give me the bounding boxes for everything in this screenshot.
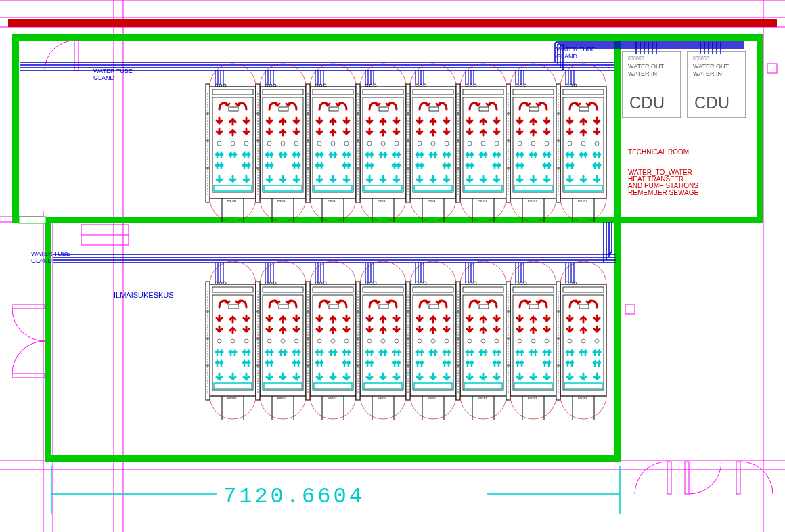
svg-rect-13 <box>12 34 763 41</box>
top-red-bar <box>8 19 777 27</box>
svg-rect-29 <box>767 64 777 73</box>
rack-row-bottom <box>206 261 606 420</box>
svg-text:WATER TUBE: WATER TUBE <box>93 68 133 74</box>
water-in-label-1: WATER IN <box>628 70 657 77</box>
misc-magenta <box>81 225 129 245</box>
water-tube-label-b2: GLAND <box>556 53 578 60</box>
svg-rect-24 <box>12 374 45 378</box>
svg-text:TECHNICAL ROOM: TECHNICAL ROOM <box>628 148 689 156</box>
svg-rect-25 <box>667 462 671 494</box>
svg-text:WATER TUBE: WATER TUBE <box>31 250 70 257</box>
dimension: 7120.6604 <box>51 466 620 514</box>
svg-text:CDU: CDU <box>629 93 665 112</box>
magenta-grid <box>0 0 785 532</box>
svg-text:GLAND: GLAND <box>556 53 578 60</box>
water-tube-label-a2: GLAND <box>93 74 115 81</box>
water-tube-label-c2: GLAND <box>31 257 53 264</box>
svg-text:WATER IN: WATER IN <box>628 70 657 77</box>
water-out-label-2: WATER OUT <box>693 63 729 70</box>
svg-rect-22 <box>19 217 46 223</box>
technical-room: ▯▯▯▯▯▯ ▯▯▯▯▯▯ WATER OUT WATER IN WATER O… <box>623 51 746 196</box>
svg-text:GLAND: GLAND <box>93 74 115 81</box>
svg-rect-16 <box>614 34 621 223</box>
technical-room-label: TECHNICAL ROOM <box>628 148 689 156</box>
svg-text:7120.6604: 7120.6604 <box>223 484 365 509</box>
svg-text:WATER OUT: WATER OUT <box>693 63 729 70</box>
cdu-label-2: CDU <box>694 93 730 112</box>
water-lines-bottom <box>53 222 616 263</box>
cad-diagram: ▯▯▯▯▯▯ ▯▯▯▯▯▯ WATER OUT WATER IN WATER O… <box>0 0 785 532</box>
water-tube-label-c1: WATER TUBE <box>31 250 70 257</box>
water-out-label-1: WATER OUT <box>628 63 664 70</box>
water-in-label-2: WATER IN <box>693 70 722 77</box>
svg-text:▯▯▯▯▯▯: ▯▯▯▯▯▯ <box>628 56 644 60</box>
svg-rect-28 <box>625 305 635 314</box>
cdu-label-1: CDU <box>629 93 665 112</box>
svg-rect-15 <box>616 217 763 223</box>
dimension-value: 7120.6604 <box>223 484 365 509</box>
svg-text:▯▯▯▯▯▯: ▯▯▯▯▯▯ <box>693 56 709 60</box>
svg-rect-31 <box>685 462 689 494</box>
svg-text:CDU: CDU <box>694 93 730 112</box>
svg-text:REMEMBER SEWAGE: REMEMBER SEWAGE <box>628 189 698 196</box>
svg-rect-14 <box>757 34 763 223</box>
svg-rect-23 <box>12 305 45 309</box>
svg-rect-27 <box>74 41 78 70</box>
water-tube-label-b1: WATER TUBE <box>556 46 596 53</box>
water-tube-label-a1: WATER TUBE <box>93 68 133 74</box>
svg-text:WATER TUBE: WATER TUBE <box>556 46 596 53</box>
svg-rect-21 <box>12 217 19 223</box>
svg-rect-19 <box>45 455 621 462</box>
svg-text:WATER OUT: WATER OUT <box>628 63 664 70</box>
svg-rect-17 <box>45 217 621 223</box>
svg-rect-20 <box>614 217 621 462</box>
tech-line4: REMEMBER SEWAGE <box>628 189 698 196</box>
rack-row-top <box>206 64 606 222</box>
svg-rect-26 <box>736 462 740 494</box>
ilmaisukeskus-label: ILMAISUKESKUS <box>114 291 174 299</box>
svg-text:WATER IN: WATER IN <box>693 70 722 77</box>
bottom-door-swings <box>685 462 721 494</box>
svg-rect-12 <box>12 34 19 223</box>
svg-text:ILMAISUKESKUS: ILMAISUKESKUS <box>114 291 174 299</box>
svg-text:GLAND: GLAND <box>31 257 53 264</box>
